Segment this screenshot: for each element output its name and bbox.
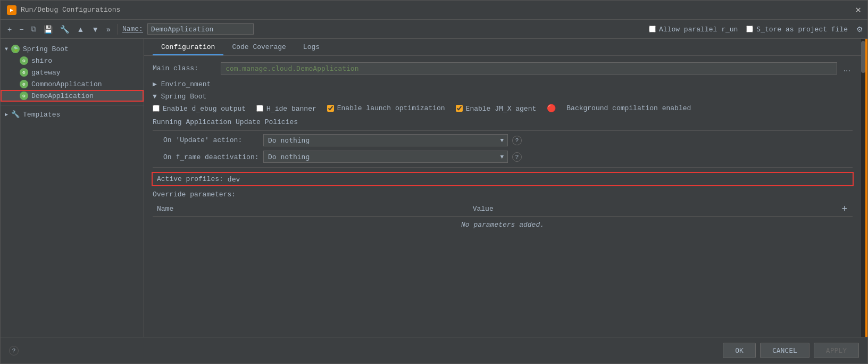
sidebar-templates-parent[interactable]: ▶ 🔧 Templates: [1, 109, 144, 120]
dialog-title: Run/Debug Configurations: [21, 6, 120, 14]
content-area: Configuration Code Coverage Logs Main cl…: [144, 39, 861, 337]
sidebar-divider: [1, 105, 144, 105]
frame-deact-select-wrapper: Do nothing ▼: [263, 151, 508, 163]
active-profiles-row: Active profiles:: [153, 173, 853, 185]
sidebar-templates-label: Templates: [23, 111, 60, 119]
store-project-checkbox[interactable]: [746, 26, 753, 32]
tab-code-coverage[interactable]: Code Coverage: [223, 39, 294, 55]
sidebar-item-label: shiro: [31, 57, 52, 65]
close-button[interactable]: ✕: [855, 5, 861, 15]
sidebar-item-label: DemoApplication: [31, 92, 94, 100]
active-profiles-input[interactable]: [228, 175, 848, 183]
name-row: Name:: [122, 23, 647, 35]
frame-deact-help-icon[interactable]: ?: [512, 152, 522, 162]
jmx-label: Enable JM̲X agent: [466, 104, 537, 113]
toolbar-separator: [118, 24, 118, 35]
ok-button[interactable]: OK: [723, 343, 756, 358]
spring-boot-icon: 🍃: [11, 45, 20, 53]
allow-parallel-label[interactable]: Allow parallel r̲un: [659, 25, 738, 34]
cancel-button[interactable]: CANCEL: [760, 343, 809, 358]
main-class-label: Main class:: [153, 64, 216, 72]
sidebar-item-shiro[interactable]: ⚙ shiro: [1, 55, 144, 67]
main-class-row: Main class: ...: [153, 62, 853, 75]
launch-opt-checkbox[interactable]: [327, 105, 334, 112]
templates-wrench-icon: 🔧: [11, 110, 20, 119]
override-params-title: Override parameters:: [153, 191, 853, 198]
tabs: Configuration Code Coverage Logs: [144, 39, 861, 56]
commonapp-icon: ⚙: [20, 80, 28, 88]
update-action-row: On 'Update' action: Do nothing ▼ ?: [153, 134, 853, 146]
update-action-select-wrapper: Do nothing ▼: [263, 134, 508, 146]
hide-banner-option: H̲ide banner: [256, 104, 316, 113]
launch-opt-label: Enable launch optimization: [337, 104, 445, 112]
content-with-scroll: Configuration Code Coverage Logs Main cl…: [144, 39, 867, 337]
name-input[interactable]: [147, 23, 254, 35]
spring-boot-options-row: Enable d̲ebug output H̲ide banner Enable…: [153, 104, 853, 113]
update-action-label: On 'Update' action:: [153, 136, 259, 144]
spring-boot-section: ▼ Spring Boot Enable d̲ebug output H̲ide…: [153, 93, 853, 113]
main-class-more-button[interactable]: ...: [841, 64, 853, 73]
update-policies-title: Running Application Update Policies: [153, 118, 853, 126]
remove-config-button[interactable]: −: [16, 23, 26, 35]
environment-section-header[interactable]: ▶ Enviro̲nment: [153, 80, 853, 88]
add-param-button[interactable]: +: [840, 204, 848, 213]
update-policies-section: Running Application Update Policies On '…: [153, 118, 853, 168]
more-options-button[interactable]: »: [104, 23, 113, 35]
sidebar-springboot-parent[interactable]: ▼ 🍃 Spring Boot: [1, 43, 144, 55]
debug-output-checkbox[interactable]: [153, 105, 160, 112]
spring-boot-section-header[interactable]: ▼ Spring Boot: [153, 93, 853, 101]
warning-icon: 🔴: [547, 104, 556, 113]
settings-gear-button[interactable]: ⚙: [856, 25, 863, 34]
policies-bottom-divider: [153, 167, 853, 168]
sidebar-item-demoapp[interactable]: ⚙ DemoApplication: [1, 90, 144, 102]
store-project-label[interactable]: S̲tore as project file: [756, 25, 848, 34]
debug-output-label: Enable d̲ebug output: [163, 104, 246, 113]
main-class-input[interactable]: [221, 62, 837, 75]
frame-deact-label: On f̲rame deactivation:: [153, 153, 259, 161]
store-project-checkbox-row: S̲tore as project file: [746, 25, 848, 34]
tab-configuration[interactable]: Configuration: [153, 39, 223, 55]
no-params-text: No parameters added.: [153, 217, 853, 234]
sidebar-item-gateway[interactable]: ⚙ gateway: [1, 67, 144, 78]
form-content: Main class: ... ▶ Enviro̲nment ▼ Spring …: [144, 56, 861, 337]
name-column-header: Name: [153, 202, 469, 217]
override-params-section: Override parameters: Name Value +: [153, 191, 853, 233]
value-column-header: Value: [469, 202, 837, 217]
sidebar: ▼ 🍃 Spring Boot ⚙ shiro ⚙ gateway ⚙ Comm…: [1, 39, 144, 337]
move-up-button[interactable]: ▲: [74, 23, 87, 35]
parallel-run-area: Allow parallel r̲un S̲tore as project fi…: [649, 25, 863, 34]
allow-parallel-checkbox[interactable]: [649, 26, 656, 32]
run-debug-dialog: ▶ Run/Debug Configurations ✕ + − ⧉ 💾 🔧 ▲…: [0, 0, 868, 364]
name-label: Name:: [122, 25, 143, 33]
templates-expand-icon: ▶: [5, 111, 8, 118]
update-action-select[interactable]: Do nothing: [263, 134, 508, 146]
add-param-header: +: [836, 202, 853, 217]
add-config-button[interactable]: +: [5, 23, 14, 35]
frame-deact-select[interactable]: Do nothing: [263, 151, 508, 163]
move-down-button[interactable]: ▼: [89, 23, 102, 35]
title-bar: ▶ Run/Debug Configurations ✕: [1, 1, 867, 20]
help-button[interactable]: ?: [9, 346, 19, 355]
jmx-option: Enable JM̲X agent: [456, 104, 537, 113]
sidebar-item-commonapp[interactable]: ⚙ CommonApplication: [1, 78, 144, 90]
environment-label: ▶ Enviro̲nment: [153, 80, 211, 88]
hide-banner-checkbox[interactable]: [256, 105, 263, 112]
bg-compile-label: Background compilation enabled: [566, 104, 691, 112]
hide-banner-label: H̲ide banner: [266, 104, 316, 113]
frame-deact-row: On f̲rame deactivation: Do nothing ▼ ?: [153, 151, 853, 163]
expand-icon: ▼: [5, 46, 8, 52]
gateway-icon: ⚙: [20, 68, 28, 77]
copy-config-button[interactable]: ⧉: [28, 23, 39, 35]
update-action-help-icon[interactable]: ?: [512, 136, 522, 145]
app-icon: ▶: [7, 5, 16, 15]
save-config-button[interactable]: 💾: [41, 23, 55, 35]
launch-opt-option: Enable launch optimization: [327, 104, 445, 112]
shiro-icon: ⚙: [20, 56, 28, 65]
active-profiles-label: Active profiles:: [157, 175, 223, 183]
orange-accent-bar: [865, 39, 867, 337]
jmx-checkbox[interactable]: [456, 105, 463, 112]
wrench-button[interactable]: 🔧: [57, 23, 72, 35]
tab-logs[interactable]: Logs: [295, 39, 328, 55]
scrollbar[interactable]: [861, 39, 865, 337]
apply-button[interactable]: APPLY: [814, 343, 859, 358]
